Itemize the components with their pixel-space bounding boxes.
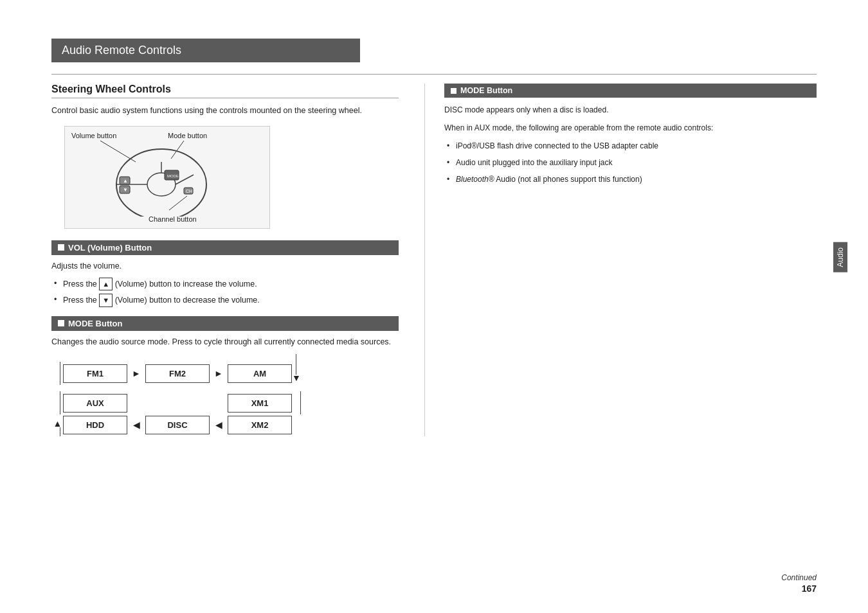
steering-section-divider bbox=[51, 98, 399, 98]
right-column: MODE Button DISC mode appears only when … bbox=[424, 84, 817, 436]
svg-text:MODE: MODE bbox=[167, 174, 179, 178]
fm1-fm2-arrow: ► bbox=[127, 368, 145, 378]
side-tab: Audio bbox=[833, 242, 847, 272]
mode-header-text: MODE Button bbox=[68, 319, 122, 328]
flow-row-3: ▲ HDD ◀ DISC ◀ XM2 bbox=[51, 413, 321, 436]
page-footer: Continued 167 bbox=[781, 573, 817, 594]
svg-line-15 bbox=[169, 196, 187, 210]
right-bullet-1: iPod®/USB flash drive connected to the U… bbox=[447, 140, 817, 152]
fm2-am-arrow: ► bbox=[210, 368, 228, 378]
vol-bullets: Press the ▲ (Volume) button to increase … bbox=[51, 278, 399, 307]
steering-wheel-section: Steering Wheel Controls Control basic au… bbox=[51, 84, 399, 229]
hdd-box: HDD bbox=[63, 416, 127, 434]
vol-section: VOL (Volume) Button Adjusts the volume. … bbox=[51, 240, 399, 307]
steering-diagram: Volume button Mode button bbox=[64, 126, 270, 229]
fm2-box: FM2 bbox=[145, 364, 210, 383]
vol-down-btn: ▼ bbox=[99, 294, 113, 307]
svg-text:CH: CH bbox=[186, 189, 192, 193]
mode-header: MODE Button bbox=[51, 316, 399, 331]
right-header-text: MODE Button bbox=[460, 86, 512, 95]
svg-text:▼: ▼ bbox=[123, 187, 128, 193]
xm2-box: XM2 bbox=[228, 416, 292, 434]
right-bullet-3: Bluetooth® Audio (not all phones support… bbox=[447, 173, 817, 185]
right-bullets: iPod®/USB flash drive connected to the U… bbox=[444, 140, 817, 185]
note1-text: DISC mode appears only when a disc is lo… bbox=[444, 104, 817, 116]
channel-label: Channel button bbox=[149, 215, 197, 223]
right-bullet-2: Audio unit plugged into the auxiliary in… bbox=[447, 157, 817, 168]
vol-header: VOL (Volume) Button bbox=[51, 240, 399, 255]
page-header: Audio Remote Controls bbox=[51, 39, 360, 62]
steering-intro: Control basic audio system functions usi… bbox=[51, 105, 399, 117]
vol-bullet-1: Press the ▲ (Volume) button to increase … bbox=[54, 278, 399, 291]
flow-row-1: FM1 ► FM2 ► AM ▼ bbox=[51, 354, 321, 393]
flow-row-2: AUX XM1 bbox=[51, 391, 321, 414]
steering-wheel-title: Steering Wheel Controls bbox=[51, 84, 399, 95]
bluetooth-italic: Bluetooth® bbox=[456, 175, 494, 184]
mode-section: MODE Button Changes the audio source mod… bbox=[51, 316, 399, 437]
svg-text:▲: ▲ bbox=[123, 178, 128, 184]
vol-square-icon bbox=[58, 244, 64, 251]
main-divider bbox=[51, 74, 817, 75]
disc-box: DISC bbox=[145, 416, 210, 434]
left-column: Steering Wheel Controls Control basic au… bbox=[51, 84, 399, 436]
mode-description: Changes the audio source mode. Press to … bbox=[51, 336, 399, 348]
vol-description: Adjusts the volume. bbox=[51, 260, 399, 272]
vol-up-btn: ▲ bbox=[99, 278, 113, 291]
am-box: AM bbox=[228, 364, 292, 383]
vol-header-text: VOL (Volume) Button bbox=[68, 243, 152, 253]
disc-hdd-arrow: ◀ bbox=[127, 420, 145, 430]
page-title: Audio Remote Controls bbox=[62, 44, 350, 57]
right-square-icon bbox=[451, 88, 457, 94]
two-col-layout: Steering Wheel Controls Control basic au… bbox=[51, 84, 817, 436]
mode-square-icon bbox=[58, 320, 64, 326]
right-mode-header: MODE Button bbox=[444, 84, 817, 98]
xm1-box: XM1 bbox=[228, 394, 292, 413]
aux-box: AUX bbox=[63, 394, 127, 413]
fm1-box: FM1 bbox=[63, 364, 127, 383]
page-number: 167 bbox=[802, 583, 817, 594]
mode-flow-diagram: FM1 ► FM2 ► AM ▼ bbox=[51, 354, 321, 436]
xm2-disc-arrow: ◀ bbox=[210, 420, 228, 430]
vol-bullet-2: Press the ▼ (Volume) button to decrease … bbox=[54, 294, 399, 307]
diagram-svg: MODE ▲ ▼ CH bbox=[65, 127, 251, 217]
continued-text: Continued bbox=[781, 573, 817, 582]
note2-text: When in AUX mode, the following are oper… bbox=[444, 122, 817, 134]
